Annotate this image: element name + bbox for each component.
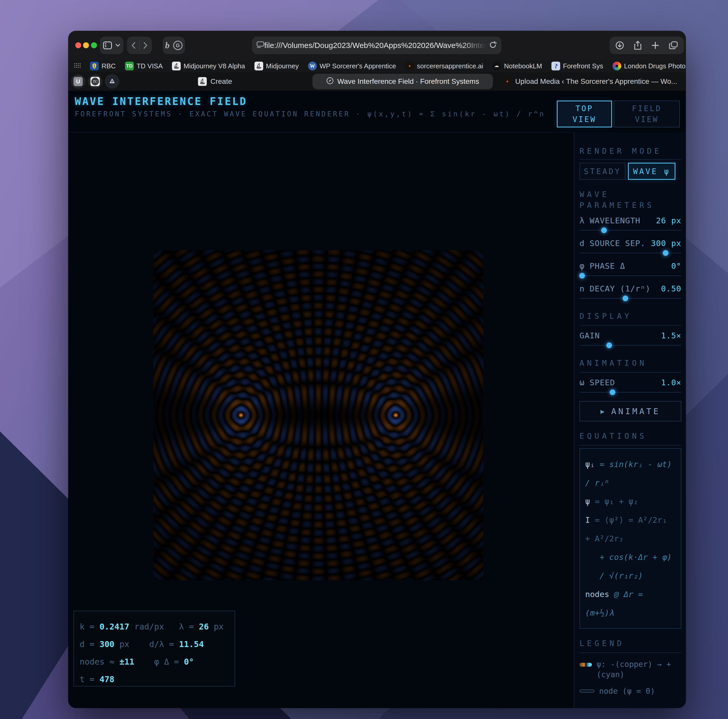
equations-panel: ψᵢ = sin(krᵢ - ωt) / rᵢⁿ ψ = ψ₁ + ψ₂ I =… (580, 448, 681, 629)
equation-intensity: I = ⟨ψ²⟩ = A²/2r₁ + A²/2r₂ (585, 511, 676, 548)
gain-track[interactable] (580, 342, 681, 348)
pinned-tab-tc[interactable]: TC (88, 74, 102, 89)
readout-line: nodes ≈ ±11 φ Δ = 0° (80, 653, 229, 670)
gain-value: 1.5× (661, 331, 681, 340)
tab-overview-button[interactable] (669, 41, 678, 50)
minimize-window-button[interactable] (83, 42, 89, 48)
downloads-button[interactable] (615, 41, 624, 50)
address-bar[interactable]: file:///Volumes/Doug2023/Web%20Apps%2020… (252, 37, 502, 54)
midjourney-tab-icon (198, 77, 207, 86)
speed-thumb[interactable] (610, 389, 615, 395)
td-favicon: TD (125, 61, 134, 71)
zoom-window-button[interactable] (91, 42, 97, 48)
bookmark-td-visa[interactable]: TD TD VISA (125, 61, 163, 71)
tab-create[interactable]: Create (119, 72, 311, 91)
readout-line: k = 0.2417 rad/px λ = 26 px (80, 618, 229, 635)
gain-label: GAIN (580, 331, 600, 340)
wavelength-track[interactable] (580, 227, 681, 233)
wave-canvas-container[interactable] (153, 250, 483, 580)
controls-sidebar: RENDER MODE STEADY WAVE ψ WAVE PARAMETER… (574, 132, 686, 708)
decay-thumb[interactable] (622, 296, 628, 301)
nav-divider (139, 40, 140, 51)
steady-mode-button[interactable]: STEADY (580, 163, 626, 180)
play-icon: ▶ (600, 408, 607, 415)
bookmarks-bar: RBC TD TD VISA Midjourney V8 Alpha Midjo… (68, 60, 686, 72)
extensions-group: b G (163, 37, 185, 54)
new-tab-button[interactable] (652, 41, 659, 49)
bookmark-wp-sorcerers-apprentice[interactable]: W WP Sorcerer's Apprentice (308, 61, 396, 71)
source-separation-thumb[interactable] (663, 250, 668, 256)
bookmark-midjourney[interactable]: Midjourney (254, 61, 299, 71)
node-swatch (580, 690, 595, 693)
bookmark-sorcerersapprentice-ai[interactable]: sorcerersapprentice.ai (405, 61, 483, 71)
wavelength-label: λ WAVELENGTH (580, 216, 640, 225)
wave-mode-button[interactable]: WAVE ψ (628, 163, 675, 180)
forward-button[interactable] (143, 42, 147, 49)
sorcerersapprentice-favicon (405, 61, 414, 71)
field-view-button[interactable]: FIELD VIEW (614, 101, 680, 127)
tab-upload-media[interactable]: Upload Media ‹ The Sorcerer's Apprentice… (494, 72, 686, 91)
wavelength-value: 26 px (656, 216, 681, 225)
legend-psi-colormap: ψ: -(copper) → + (cyan) (580, 659, 681, 680)
sidebar-icon (103, 41, 112, 49)
tab-bar: U TC Create Wave Interference Field · Fo… (68, 72, 686, 91)
favorites-grid-icon[interactable] (74, 63, 81, 69)
source-separation-track[interactable] (580, 250, 681, 256)
url-text[interactable]: file:///Volumes/Doug2023/Web%20Apps%2020… (264, 41, 489, 50)
rbc-favicon (90, 61, 99, 71)
legend-heading: LEGEND (580, 638, 681, 649)
pinned-tab-u[interactable]: U (71, 74, 85, 89)
reload-icon[interactable] (489, 41, 497, 50)
bookmark-notebooklm[interactable]: NotebookLM (492, 61, 542, 71)
reader-icon[interactable] (257, 41, 264, 49)
compass-icon (326, 77, 334, 86)
section-rule (580, 159, 681, 159)
section-rule (580, 653, 681, 653)
render-mode-buttons: STEADY WAVE ψ (580, 163, 681, 180)
phase-delta-track[interactable] (580, 273, 681, 279)
speed-track[interactable] (580, 389, 681, 396)
source-separation-slider: d SOURCE SEP. 300 px (580, 239, 681, 256)
top-view-button[interactable]: TOP VIEW (557, 101, 612, 127)
browser-window: b G file:///Volumes/Doug2023/Web%20Apps%… (68, 31, 686, 708)
back-button[interactable] (132, 42, 136, 49)
section-rule (580, 445, 681, 446)
readout-panel: k = 0.2417 rad/px λ = 26 pxd = 300 px d/… (73, 611, 235, 687)
toolbar-actions (610, 37, 684, 54)
readout-line: d = 300 px d/λ = 11.54 (80, 635, 229, 653)
tab-wave-interference-active[interactable]: Wave Interference Field · Forefront Syst… (312, 74, 493, 89)
forefront-favicon (551, 61, 560, 71)
sorcerers-tab-icon (503, 77, 512, 86)
equation-psi-i: ψᵢ = sin(krᵢ - ωt) / rᵢⁿ (585, 455, 676, 492)
phase-delta-thumb[interactable] (579, 273, 585, 279)
animation-heading: ANIMATION (580, 358, 681, 368)
legend-node: node (ψ = 0) (580, 686, 681, 696)
readout-lines: k = 0.2417 rad/px λ = 26 pxd = 300 px d/… (80, 618, 229, 688)
unity-icon (107, 77, 117, 86)
grammarly-extension-icon[interactable]: G (173, 41, 182, 50)
animate-button[interactable]: ▶ ANIMATE (580, 401, 681, 422)
nav-button-group (127, 37, 152, 54)
close-window-button[interactable] (75, 42, 81, 48)
bing-extension-icon[interactable]: b (165, 40, 170, 50)
midjourney-favicon (254, 61, 263, 71)
wavelength-thumb[interactable] (601, 227, 607, 233)
bookmark-london-drugs[interactable]: London Drugs Photo Lab (613, 61, 686, 71)
decay-slider: n DECAY (1/rⁿ) 0.50 (580, 284, 681, 302)
wave-parameters-heading: WAVE PARAMETERS (580, 189, 681, 211)
pinned-tab-unity[interactable] (105, 74, 119, 89)
decay-track[interactable] (580, 295, 681, 302)
share-button[interactable] (634, 41, 642, 50)
section-rule (580, 372, 681, 373)
wave-canvas[interactable] (153, 250, 483, 580)
sidebar-toggle-button[interactable] (100, 37, 124, 54)
bookmark-forefront-sys[interactable]: Forefront Sys (551, 61, 603, 71)
colormap-swatch (580, 663, 592, 667)
gain-thumb[interactable] (606, 342, 612, 348)
display-heading: DISPLAY (580, 311, 681, 322)
phase-delta-value: 0° (671, 261, 681, 271)
midjourney-favicon (172, 61, 181, 71)
phase-delta-slider: φ PHASE Δ 0° (580, 261, 681, 279)
bookmark-rbc[interactable]: RBC (90, 61, 116, 71)
bookmark-midjourney-v8[interactable]: Midjourney V8 Alpha (172, 61, 245, 71)
